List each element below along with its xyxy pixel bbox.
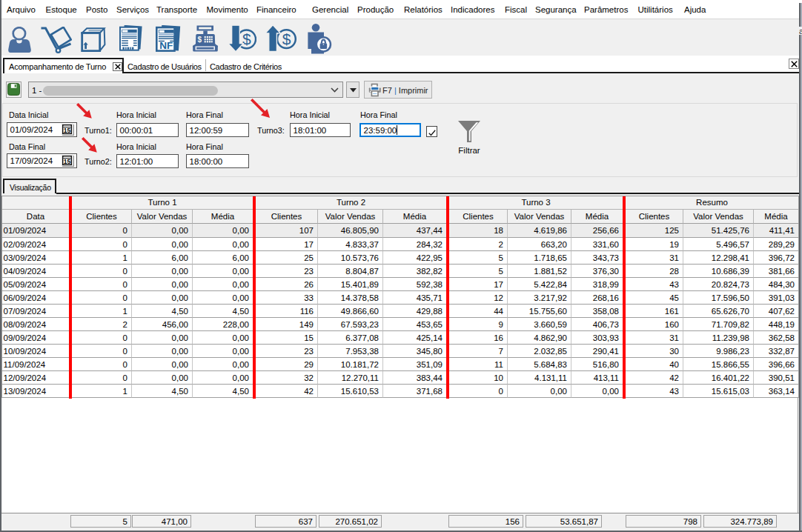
svg-text:15: 15 xyxy=(63,158,70,165)
svg-text:15: 15 xyxy=(63,127,70,134)
svg-text:$: $ xyxy=(198,36,202,44)
svg-text:NF: NF xyxy=(159,40,173,51)
svg-text:$: $ xyxy=(242,30,251,47)
svg-text:$: $ xyxy=(282,30,291,47)
